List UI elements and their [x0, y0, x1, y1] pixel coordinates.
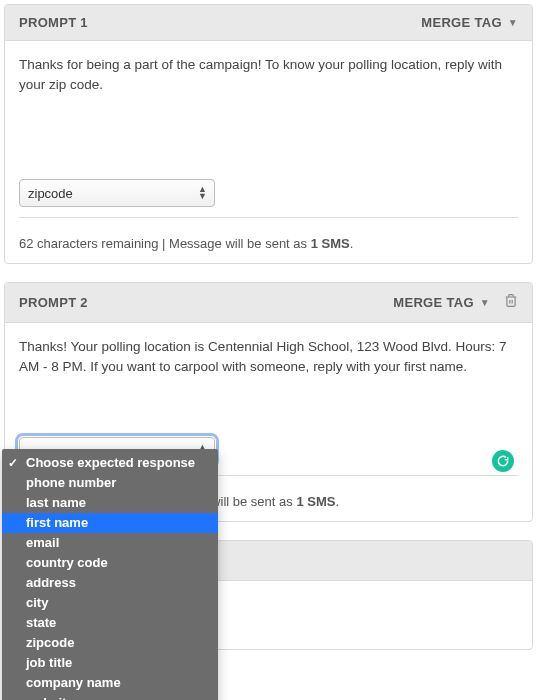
dropdown-item[interactable]: state: [2, 613, 218, 633]
status-bold: 1 SMS: [296, 494, 335, 509]
expected-response-select-wrap: zipcode ▲▼: [19, 179, 215, 207]
merge-tag-button[interactable]: MERGE TAG ▼: [421, 15, 518, 30]
dropdown-item[interactable]: Choose expected response: [2, 453, 218, 473]
dropdown-item[interactable]: first name: [2, 513, 218, 533]
dropdown-item[interactable]: city: [2, 593, 218, 613]
prompt-1-header: PROMPT 1 MERGE TAG ▼: [5, 5, 532, 41]
delete-prompt-button[interactable]: [504, 293, 518, 312]
merge-tag-button[interactable]: MERGE TAG ▼: [393, 295, 490, 310]
status-bold: 1 SMS: [311, 236, 350, 251]
dropdown-item[interactable]: company name: [2, 673, 218, 693]
caret-down-icon: ▼: [480, 297, 490, 308]
prompt-1-title: PROMPT 1: [19, 15, 88, 30]
merge-tag-label: MERGE TAG: [421, 15, 501, 30]
prompt-1-select-row: zipcode ▲▼: [19, 179, 518, 218]
dropdown-item[interactable]: website: [2, 693, 218, 700]
prompt-1-card: PROMPT 1 MERGE TAG ▼ Thanks for being a …: [4, 4, 533, 264]
prompt-2-title: PROMPT 2: [19, 295, 88, 310]
dropdown-item[interactable]: email: [2, 533, 218, 553]
dropdown-item[interactable]: job title: [2, 653, 218, 673]
prompt-1-status: 62 characters remaining | Message will b…: [5, 226, 532, 263]
status-mid: will be sent as: [208, 494, 297, 509]
status-prefix: 62 characters remaining | Message will b…: [19, 236, 311, 251]
trash-icon: [504, 293, 518, 308]
status-suffix: .: [350, 236, 354, 251]
dropdown-item[interactable]: country code: [2, 553, 218, 573]
expected-response-select[interactable]: zipcode: [19, 179, 215, 207]
merge-tag-label: MERGE TAG: [393, 295, 473, 310]
grammarly-icon[interactable]: [492, 450, 514, 472]
dropdown-item[interactable]: address: [2, 573, 218, 593]
dropdown-item[interactable]: phone number: [2, 473, 218, 493]
prompt-2-message[interactable]: Thanks! Your polling location is Centenn…: [19, 337, 518, 433]
status-suffix: .: [335, 494, 339, 509]
prompt-2-header: PROMPT 2 MERGE TAG ▼: [5, 283, 532, 323]
dropdown-item[interactable]: last name: [2, 493, 218, 513]
dropdown-item[interactable]: zipcode: [2, 633, 218, 653]
caret-down-icon: ▼: [508, 17, 518, 28]
prompt-1-body: Thanks for being a part of the campaign!…: [5, 41, 532, 226]
prompt-1-message[interactable]: Thanks for being a part of the campaign!…: [19, 55, 518, 175]
expected-response-dropdown[interactable]: Choose expected responsephone numberlast…: [2, 449, 218, 700]
